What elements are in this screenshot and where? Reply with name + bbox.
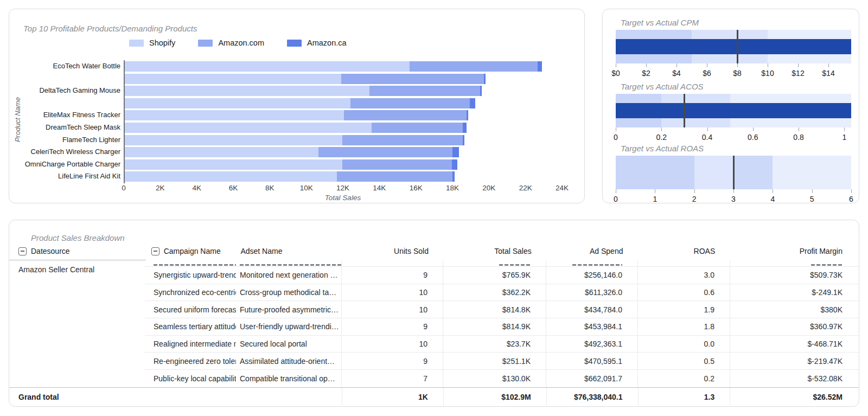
legend-swatch	[198, 40, 213, 47]
bar-category-label: OmniCharge Portable Charger	[9, 158, 124, 171]
bar-segment-shopify[interactable]	[125, 86, 369, 96]
bar-segment-amazon-ca[interactable]	[467, 110, 468, 120]
bar-row[interactable]	[125, 171, 455, 182]
bar-segment-amazon-com[interactable]	[337, 171, 453, 182]
bar-segment-amazon-ca[interactable]	[452, 159, 457, 170]
column-header-label: Datesource	[31, 247, 70, 255]
cell-profit-margin: $-219.47K	[730, 353, 859, 369]
bar-segment-amazon-ca[interactable]	[538, 61, 542, 72]
bullet-axis-tick-label: $12	[792, 69, 804, 78]
bullet-axis-tick-label: $8	[733, 69, 742, 78]
bar-segment-shopify[interactable]	[125, 123, 372, 133]
legend-swatch	[129, 40, 144, 47]
bar-segment-shopify[interactable]	[125, 61, 410, 72]
bar-segment-shopify[interactable]	[125, 98, 350, 108]
bar-segment-amazon-com[interactable]	[369, 86, 480, 96]
clipped-text-fragment	[499, 264, 531, 266]
bar-category-label: DreamTech Sleep Mask	[9, 121, 124, 134]
table-row[interactable]: Realigned intermediate m…Secured local p…	[145, 336, 859, 353]
bar-row[interactable]	[125, 159, 457, 170]
bar-category-label: LifeLine First Aid Kit	[9, 170, 124, 183]
column-header-ad-spend: Ad Spend	[547, 242, 639, 260]
bar-segment-amazon-ca[interactable]	[463, 135, 464, 145]
bullet-axis-tick	[844, 127, 845, 131]
bullet-axis-tick-label: 2	[692, 195, 697, 203]
bar-segment-amazon-com[interactable]	[342, 135, 463, 145]
bar-segment-amazon-com[interactable]	[372, 123, 463, 133]
bullet-axis-tick	[812, 189, 813, 193]
x-axis-tick: 18K	[446, 184, 459, 192]
bullet-chart-acos[interactable]: 00.20.40.60.81	[616, 94, 851, 127]
bullet-axis-tick-label: $10	[761, 69, 774, 78]
bar-row[interactable]	[125, 147, 459, 157]
table-row[interactable]: Re-engineered zero toleran…Assimilated a…	[145, 353, 859, 370]
cell-campaign: Synergistic upward-trendin…	[145, 267, 236, 284]
bullet-axis-tick-label: $4	[672, 69, 681, 78]
bar-segment-amazon-ca[interactable]	[470, 98, 475, 108]
bar-segment-amazon-ca[interactable]	[463, 123, 467, 133]
bullet-chart-cpm[interactable]: $0$2$4$6$8$10$12$14	[616, 30, 851, 63]
bullet-actual-bar	[616, 103, 851, 118]
grand-total-cell	[146, 388, 237, 406]
bar-segment-amazon-com[interactable]	[318, 147, 452, 157]
partial-cell	[730, 260, 859, 266]
bar-row[interactable]	[125, 123, 467, 133]
bar-category-label	[9, 97, 124, 110]
bar-segment-amazon-com[interactable]	[342, 159, 452, 170]
bar-row[interactable]	[125, 86, 482, 96]
cell-campaign: Re-engineered zero toleran…	[145, 353, 236, 369]
bullet-axis-tick	[768, 63, 768, 67]
legend-label: Amazon.ca	[307, 39, 347, 47]
table-row[interactable]: Synchronized eco-centric …Cross-group me…	[145, 284, 859, 302]
column-header-campaign-name: Campaign Name	[146, 242, 237, 260]
bar-segment-shopify[interactable]	[125, 135, 342, 145]
x-axis-tick: 2K	[156, 184, 165, 192]
cell-total-sales: $765.9K	[443, 267, 546, 284]
bullet-axis-tick	[828, 63, 829, 67]
clipped-text-fragment	[811, 264, 843, 266]
bar-segment-amazon-ca[interactable]	[452, 147, 459, 157]
bar-segment-shopify[interactable]	[125, 159, 342, 170]
collapse-icon[interactable]	[151, 247, 159, 255]
bar-segment-amazon-ca[interactable]	[484, 74, 486, 84]
table-body: Amazon Seller Central Synergistic upward…	[9, 260, 859, 387]
bullet-title-cpm: Target vs Actual CPM	[621, 18, 699, 27]
cell-roas: 0.5	[638, 353, 730, 369]
column-header-units-sold: Units Sold	[342, 242, 444, 260]
bar-segment-amazon-com[interactable]	[350, 98, 470, 108]
cell-total-sales: $251.1K	[443, 353, 546, 369]
cell-units: 10	[342, 284, 443, 301]
bullet-axis-tick-label: 0.2	[656, 133, 667, 142]
bullet-chart-roas[interactable]: 0123456	[616, 156, 851, 189]
column-header-label: ROAS	[694, 247, 716, 255]
bar-row[interactable]	[125, 110, 468, 120]
grand-total-cell: $26.52M	[730, 388, 859, 406]
bar-segment-amazon-ca[interactable]	[452, 171, 455, 182]
column-header-label: Ad Spend	[590, 247, 623, 255]
bar-row[interactable]	[125, 135, 464, 145]
bar-row[interactable]	[125, 98, 475, 108]
partial-cell	[145, 260, 236, 266]
bar-category-label: EliteMax Fitness Tracker	[9, 109, 124, 121]
bar-segment-amazon-com[interactable]	[341, 74, 484, 84]
bar-row[interactable]	[125, 61, 542, 72]
bar-segment-amazon-com[interactable]	[344, 110, 467, 120]
bar-segment-shopify[interactable]	[125, 74, 341, 84]
bar-row[interactable]	[125, 74, 486, 84]
bullet-axis-tick-label: 4	[770, 195, 775, 203]
bar-segment-shopify[interactable]	[125, 147, 318, 157]
cell-ad-spend: $662,091.7	[546, 370, 638, 387]
legend-item-shopify: Shopify	[129, 39, 175, 47]
collapse-icon[interactable]	[18, 247, 27, 255]
table-row[interactable]: Synergistic upward-trendin…Monitored nex…	[145, 267, 859, 284]
bar-segment-shopify[interactable]	[125, 110, 344, 120]
table-row[interactable]: Secured uniform forecastFuture-proofed a…	[145, 301, 859, 318]
bar-segment-amazon-ca[interactable]	[480, 86, 482, 96]
table-row[interactable]: Seamless tertiary attitudeUser-friendly …	[145, 318, 859, 336]
bar-segment-shopify[interactable]	[125, 171, 337, 182]
table-row[interactable]: Public-key local capabilityCompatible tr…	[145, 370, 859, 387]
bar-segment-amazon-com[interactable]	[410, 61, 538, 72]
bullet-axis-tick	[737, 63, 738, 67]
bullet-axis-tick-label: $14	[822, 69, 834, 78]
bullet-axis-tick	[676, 63, 677, 67]
